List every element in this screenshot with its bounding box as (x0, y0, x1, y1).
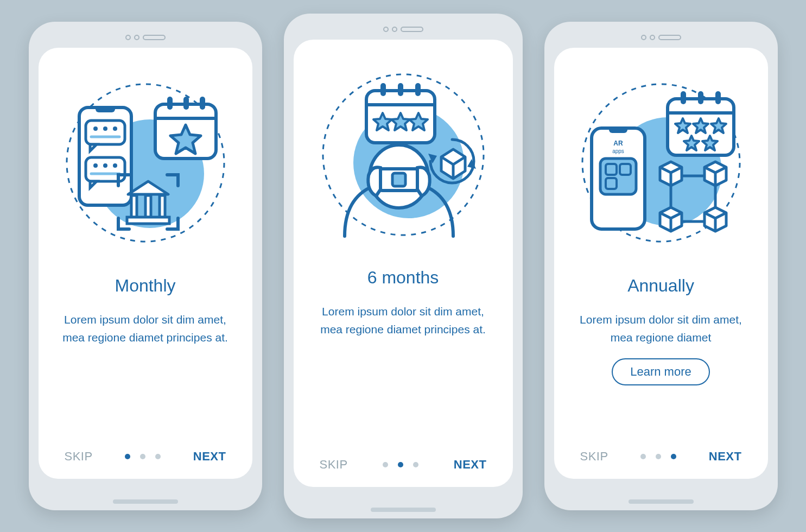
phone-mockup-3: AR apps (544, 22, 778, 510)
phone-mockup-2: 6 months Lorem ipsum dolor sit dim amet,… (284, 14, 523, 518)
page-dot-3[interactable] (671, 454, 676, 459)
skip-button[interactable]: SKIP (65, 449, 93, 464)
svg-rect-32 (415, 83, 421, 96)
page-dot-3[interactable] (155, 454, 161, 459)
svg-rect-20 (200, 97, 205, 110)
onboarding-nav: SKIP NEXT (294, 458, 513, 472)
svg-rect-31 (398, 83, 403, 96)
svg-point-7 (103, 126, 107, 131)
svg-point-6 (93, 126, 98, 131)
ar-sublabel: apps (612, 148, 624, 154)
svg-rect-22 (131, 195, 137, 217)
page-dot-1[interactable] (640, 454, 646, 459)
onboarding-screen-3: AR apps (554, 48, 768, 479)
page-dots (125, 454, 161, 459)
page-dot-1[interactable] (383, 462, 388, 467)
svg-rect-46 (715, 91, 721, 104)
page-dots (640, 454, 676, 459)
vr-headset-cube-icon (316, 68, 490, 242)
next-button[interactable]: NEXT (454, 458, 487, 472)
svg-point-8 (113, 126, 117, 131)
home-indicator (629, 499, 694, 504)
svg-point-14 (113, 163, 117, 168)
skip-button[interactable]: SKIP (580, 449, 608, 464)
page-dot-1[interactable] (125, 454, 130, 459)
onboarding-nav: SKIP NEXT (554, 449, 768, 464)
svg-point-12 (93, 163, 98, 168)
phone-mockup-1: Monthly Lorem ipsum dolor sit dim amet, … (29, 22, 262, 510)
page-dot-2[interactable] (140, 454, 145, 459)
svg-rect-45 (698, 91, 703, 104)
svg-rect-18 (167, 97, 173, 110)
ar-apps-blockchain-icon: AR apps (574, 76, 748, 250)
next-button[interactable]: NEXT (193, 449, 226, 464)
svg-rect-4 (86, 121, 125, 144)
svg-point-13 (103, 163, 107, 168)
svg-rect-23 (145, 195, 151, 217)
screen-title: Monthly (115, 276, 175, 296)
screen-title: Annually (627, 276, 694, 296)
screen-body: Lorem ipsum dolor sit dim amet, mea regi… (316, 303, 490, 338)
home-indicator (371, 508, 436, 512)
svg-rect-3 (96, 106, 115, 112)
screen-body: Lorem ipsum dolor sit dim amet, mea regi… (576, 311, 746, 346)
svg-rect-24 (160, 195, 165, 217)
svg-rect-25 (127, 217, 169, 224)
reviews-bank-calendar-icon (59, 76, 232, 250)
onboarding-screen-2: 6 months Lorem ipsum dolor sit dim amet,… (294, 40, 513, 487)
page-dots (383, 462, 418, 467)
phone-sensors (39, 31, 252, 43)
phone-sensors (554, 31, 768, 43)
svg-rect-39 (392, 173, 405, 186)
phone-sensors (294, 23, 513, 35)
learn-more-button[interactable]: Learn more (612, 358, 710, 385)
screen-body: Lorem ipsum dolor sit dim amet, mea regi… (60, 311, 231, 346)
skip-button[interactable]: SKIP (320, 458, 348, 472)
svg-rect-44 (681, 91, 686, 104)
next-button[interactable]: NEXT (709, 449, 742, 464)
svg-rect-19 (183, 97, 189, 110)
page-dot-2[interactable] (398, 462, 403, 467)
page-dot-2[interactable] (656, 454, 661, 459)
page-dot-3[interactable] (413, 462, 418, 467)
ar-label: AR (613, 140, 623, 147)
onboarding-nav: SKIP NEXT (39, 449, 252, 464)
svg-rect-48 (609, 126, 627, 133)
onboarding-screen-1: Monthly Lorem ipsum dolor sit dim amet, … (39, 48, 252, 479)
svg-rect-30 (380, 83, 386, 96)
screen-title: 6 months (367, 268, 439, 288)
home-indicator (113, 499, 178, 504)
